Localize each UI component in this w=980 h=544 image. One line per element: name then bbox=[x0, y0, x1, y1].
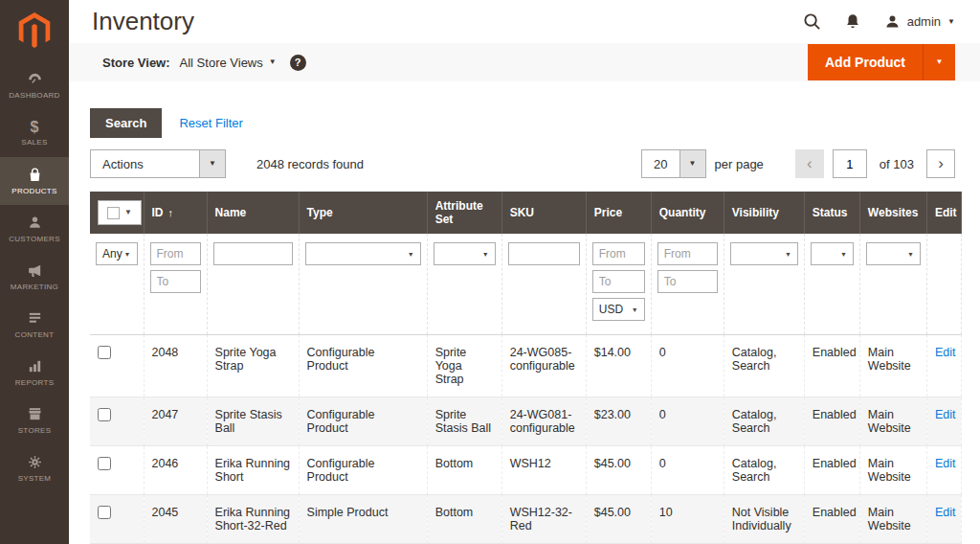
cell-sku: 24-WG081-configurable bbox=[501, 397, 586, 446]
any-filter-select[interactable]: Any ▼ bbox=[96, 242, 138, 265]
chevron-down-icon: ▼ bbox=[947, 18, 955, 26]
product-grid: ▼ ID↑ Name Type Attribute Set SKU Price … bbox=[90, 192, 962, 544]
store-view-switcher[interactable]: All Store Views ▼ bbox=[180, 56, 277, 70]
quantity-from-input[interactable] bbox=[657, 242, 718, 265]
sidebar-item-label: SALES bbox=[21, 138, 47, 147]
magento-logo-icon bbox=[18, 12, 51, 49]
cell-price: $23.00 bbox=[586, 397, 651, 446]
cell-quantity: 0 bbox=[651, 446, 724, 495]
table-row[interactable]: 2046 Erika Running Short Configurable Pr… bbox=[90, 446, 962, 495]
sidebar-item-content[interactable]: CONTENT bbox=[0, 301, 69, 349]
sidebar-item-label: PRODUCTS bbox=[11, 187, 56, 195]
cell-id: 2048 bbox=[144, 335, 207, 397]
previous-page-button[interactable]: ‹ bbox=[795, 149, 824, 178]
main-content: Inventory admin ▼ Store View: All Store … bbox=[69, 0, 980, 544]
sidebar-item-reports[interactable]: REPORTS bbox=[0, 349, 69, 397]
row-checkbox[interactable] bbox=[98, 408, 111, 421]
grid-controls-row: Actions ▼ 2048 records found 20 ▼ per pa… bbox=[90, 149, 955, 178]
user-icon bbox=[884, 13, 901, 30]
column-header-visibility[interactable]: Visibility bbox=[724, 192, 804, 234]
status-filter-select[interactable]: ▼ bbox=[811, 242, 854, 265]
id-from-input[interactable] bbox=[150, 242, 201, 265]
row-checkbox[interactable] bbox=[98, 346, 111, 359]
magento-logo[interactable] bbox=[0, 0, 69, 61]
table-row[interactable]: 2048 Sprite Yoga Strap Configurable Prod… bbox=[90, 335, 962, 397]
cell-name: Erika Running Short-32-Red bbox=[207, 495, 299, 544]
sidebar-item-sales[interactable]: $ SALES bbox=[0, 109, 69, 157]
cell-type: Configurable Product bbox=[299, 446, 427, 495]
websites-filter-select[interactable]: ▼ bbox=[866, 242, 921, 265]
sidebar-item-label: REPORTS bbox=[15, 378, 55, 387]
dashboard-icon bbox=[27, 71, 43, 87]
cell-id: 2045 bbox=[144, 495, 207, 544]
sku-filter-input[interactable] bbox=[508, 242, 580, 265]
edit-link[interactable]: Edit bbox=[935, 457, 956, 470]
edit-link[interactable]: Edit bbox=[935, 346, 956, 359]
row-checkbox[interactable] bbox=[98, 506, 111, 519]
row-checkbox[interactable] bbox=[98, 457, 111, 470]
admin-user-menu[interactable]: admin ▼ bbox=[884, 13, 955, 30]
sidebar-item-system[interactable]: SYSTEM bbox=[0, 444, 69, 492]
column-header-price[interactable]: Price bbox=[586, 192, 651, 234]
cell-sku: 24-WG085-configurable bbox=[501, 335, 586, 397]
column-header-name[interactable]: Name bbox=[207, 192, 299, 234]
type-filter-select[interactable]: ▼ bbox=[305, 242, 421, 265]
sidebar: DASHBOARD $ SALES PRODUCTS CUSTOMERS MAR… bbox=[0, 0, 69, 544]
attribute-set-filter-select[interactable]: ▼ bbox=[434, 242, 496, 265]
sidebar-item-label: CONTENT bbox=[15, 330, 55, 339]
name-filter-input[interactable] bbox=[213, 242, 293, 265]
chevron-down-icon: ▼ bbox=[785, 251, 791, 258]
sidebar-item-label: SYSTEM bbox=[18, 474, 52, 483]
page-header: Inventory admin ▼ bbox=[69, 0, 980, 43]
add-product-button[interactable]: Add Product bbox=[808, 44, 923, 80]
column-header-status[interactable]: Status bbox=[804, 192, 859, 234]
sidebar-item-marketing[interactable]: MARKETING bbox=[0, 253, 69, 301]
sidebar-item-stores[interactable]: STORES bbox=[0, 397, 69, 444]
column-header-attribute-set[interactable]: Attribute Set bbox=[427, 192, 501, 234]
cell-sku: WSH12 bbox=[501, 446, 586, 495]
cell-id: 2047 bbox=[144, 397, 207, 446]
price-from-input[interactable] bbox=[592, 242, 645, 265]
reset-filter-link[interactable]: Reset Filter bbox=[179, 116, 242, 130]
filter-visibility-cell: ▼ bbox=[724, 234, 804, 335]
mass-select-dropdown[interactable]: ▼ bbox=[98, 200, 142, 225]
search-icon[interactable] bbox=[803, 12, 821, 31]
column-header-type[interactable]: Type bbox=[299, 192, 427, 234]
cell-visibility: Catalog, Search bbox=[724, 446, 804, 495]
content-icon bbox=[27, 310, 43, 327]
sidebar-item-dashboard[interactable]: DASHBOARD bbox=[0, 61, 69, 109]
cell-status: Enabled bbox=[804, 446, 859, 495]
filter-id-cell bbox=[144, 234, 207, 335]
table-row[interactable]: 2045 Erika Running Short-32-Red Simple P… bbox=[90, 495, 962, 544]
sidebar-item-products[interactable]: PRODUCTS bbox=[0, 157, 69, 205]
next-page-button[interactable]: › bbox=[926, 149, 955, 178]
add-product-toggle[interactable]: ▼ bbox=[923, 44, 955, 80]
cell-sku: WSH12-32-Red bbox=[501, 495, 586, 544]
page-number-input[interactable] bbox=[833, 149, 867, 178]
sidebar-item-customers[interactable]: CUSTOMERS bbox=[0, 205, 69, 253]
filter-price-cell: USD ▼ bbox=[586, 234, 651, 335]
edit-link[interactable]: Edit bbox=[935, 506, 956, 519]
cell-attribute-set: Sprite Yoga Strap bbox=[427, 335, 501, 397]
column-header-quantity[interactable]: Quantity bbox=[651, 192, 724, 234]
visibility-filter-select[interactable]: ▼ bbox=[730, 242, 798, 265]
cell-type: Configurable Product bbox=[299, 397, 427, 446]
help-icon[interactable]: ? bbox=[290, 55, 306, 71]
select-all-checkbox[interactable] bbox=[107, 207, 120, 219]
id-to-input[interactable] bbox=[150, 270, 201, 293]
column-header-id[interactable]: ID↑ bbox=[144, 192, 207, 234]
quantity-to-input[interactable] bbox=[657, 270, 718, 293]
column-header-sku[interactable]: SKU bbox=[501, 192, 586, 234]
per-page-select[interactable]: 20 ▼ bbox=[641, 149, 705, 178]
table-row[interactable]: 2047 Sprite Stasis Ball Configurable Pro… bbox=[90, 397, 962, 446]
cell-status: Enabled bbox=[804, 495, 859, 544]
actions-dropdown[interactable]: Actions ▼ bbox=[90, 149, 226, 178]
currency-select[interactable]: USD ▼ bbox=[592, 298, 645, 321]
column-header-websites[interactable]: Websites bbox=[859, 192, 926, 234]
reports-icon bbox=[27, 358, 43, 374]
price-to-input[interactable] bbox=[592, 270, 645, 293]
sort-asc-icon: ↑ bbox=[168, 207, 174, 218]
search-button[interactable]: Search bbox=[90, 108, 162, 138]
edit-link[interactable]: Edit bbox=[935, 408, 956, 421]
notifications-bell-icon[interactable] bbox=[844, 12, 861, 31]
